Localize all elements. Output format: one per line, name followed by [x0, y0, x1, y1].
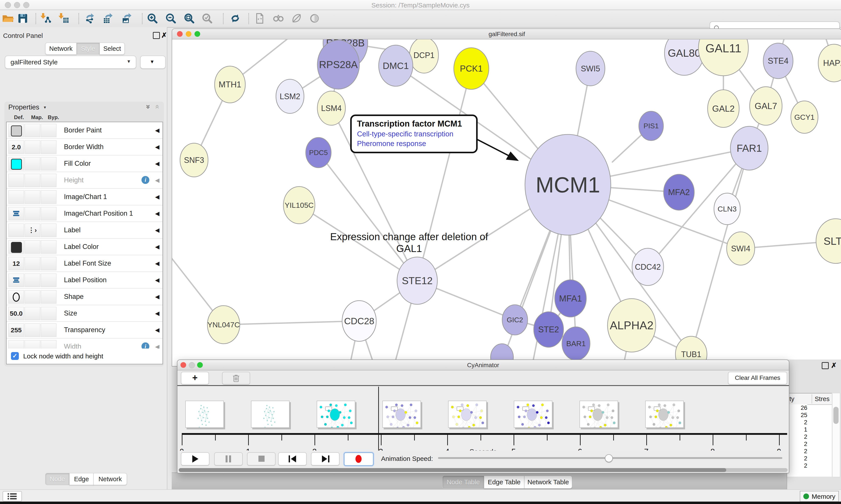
- mapping-cell[interactable]: [24, 257, 40, 270]
- cyanimator-title-bar[interactable]: CyAnimator: [177, 360, 789, 371]
- property-row-label-font-size[interactable]: 12Label Font Size◀: [6, 255, 162, 272]
- pause-button[interactable]: [214, 452, 243, 466]
- table-cell-value[interactable]: 26: [787, 404, 807, 412]
- bypass-cell[interactable]: [41, 273, 56, 287]
- default-value-cell[interactable]: 50.0: [8, 307, 24, 320]
- style-selector[interactable]: galFiltered Style ▾: [5, 56, 136, 69]
- bypass-cell[interactable]: [41, 207, 56, 220]
- property-row-size[interactable]: 50.0Size◀: [6, 305, 162, 322]
- close-panel-icon[interactable]: ✗: [161, 31, 167, 39]
- add-frame-button[interactable]: +: [181, 372, 209, 384]
- zoom-fit-icon[interactable]: [183, 12, 195, 24]
- default-value-cell[interactable]: [8, 190, 24, 204]
- bypass-cell[interactable]: [41, 290, 56, 304]
- collapse-arrow-icon[interactable]: ◀: [155, 210, 159, 217]
- export-network-icon[interactable]: [84, 12, 96, 24]
- export-table-icon[interactable]: [102, 12, 114, 24]
- property-row-label[interactable]: ⋮›Label◀: [6, 222, 162, 239]
- zoom-in-icon[interactable]: [146, 12, 159, 24]
- tab-network[interactable]: Network: [45, 42, 77, 55]
- mapping-cell[interactable]: [24, 307, 40, 320]
- collapse-arrow-icon[interactable]: ◀: [155, 327, 159, 334]
- table-cell-value[interactable]: 2: [787, 462, 807, 469]
- float-panel-icon[interactable]: [153, 32, 160, 39]
- horizontal-scrollbar[interactable]: [179, 468, 788, 472]
- default-value-cell[interactable]: [8, 240, 24, 254]
- mapping-cell[interactable]: [24, 190, 40, 204]
- export-image-icon[interactable]: [121, 12, 133, 24]
- table-cell-value[interactable]: 1: [787, 426, 807, 433]
- collapse-arrow-icon[interactable]: ◀: [155, 194, 159, 200]
- lock-checkbox[interactable]: ✓: [11, 352, 19, 360]
- collapse-arrow-icon[interactable]: ◀: [155, 277, 159, 284]
- network-canvas[interactable]: RPS28BDCP1RPS28ADMC1PCK1SWI5MTH1LSM2LSM4…: [172, 39, 841, 365]
- default-value-cell[interactable]: 2.0: [8, 140, 24, 154]
- animation-frame-6[interactable]: [514, 401, 552, 428]
- property-row-image-chart-position-1[interactable]: Image/Chart Position 1◀: [6, 205, 162, 222]
- properties-header[interactable]: Properties: [8, 103, 39, 111]
- bottom-tab-network[interactable]: Network: [93, 473, 127, 485]
- network-window-title-bar[interactable]: galFiltered.sif: [172, 29, 841, 39]
- animation-frame-5[interactable]: [448, 401, 487, 428]
- import-network-icon[interactable]: [39, 12, 52, 24]
- mapping-cell[interactable]: [24, 140, 40, 154]
- memory-indicator[interactable]: Memory: [800, 491, 839, 502]
- animation-frame-2[interactable]: [251, 401, 289, 428]
- property-row-border-paint[interactable]: Border Paint◀: [6, 122, 162, 139]
- property-row-shape[interactable]: Shape◀: [6, 289, 162, 305]
- close-panel-icon[interactable]: ✗: [831, 361, 837, 370]
- color-swatch[interactable]: [11, 242, 22, 253]
- default-value-cell[interactable]: [8, 223, 24, 237]
- previous-frame-button[interactable]: [278, 452, 307, 466]
- mapping-cell[interactable]: [24, 174, 40, 187]
- bypass-cell[interactable]: [41, 240, 56, 254]
- clear-all-frames-button[interactable]: Clear All Frames: [728, 372, 787, 384]
- animation-frame-3[interactable]: [317, 401, 355, 428]
- property-row-image-chart-1[interactable]: Image/Chart 1◀: [6, 189, 162, 205]
- open-session-icon[interactable]: [2, 12, 14, 24]
- animation-frame-7[interactable]: [579, 401, 618, 428]
- property-row-height[interactable]: Heighti◀: [6, 172, 162, 189]
- bottom-tab-edge[interactable]: Edge: [69, 473, 94, 485]
- color-swatch[interactable]: [11, 125, 22, 137]
- animation-frame-4[interactable]: [382, 401, 421, 428]
- refresh-view-icon[interactable]: [229, 12, 241, 24]
- animation-frame-8[interactable]: [645, 401, 684, 428]
- save-session-icon[interactable]: [17, 12, 29, 24]
- record-button[interactable]: [344, 452, 374, 466]
- default-value-cell[interactable]: [8, 290, 24, 304]
- color-swatch[interactable]: [11, 159, 22, 170]
- style-options-button[interactable]: ▾: [140, 56, 165, 69]
- default-value-cell[interactable]: [8, 273, 24, 287]
- property-row-border-width[interactable]: 2.0Border Width◀: [6, 139, 162, 156]
- next-frame-button[interactable]: [311, 452, 339, 466]
- mapping-cell[interactable]: [24, 273, 40, 287]
- table-cell-value[interactable]: 2: [787, 433, 807, 440]
- table-scrollbar[interactable]: [832, 393, 840, 477]
- delete-frame-button[interactable]: [222, 372, 250, 384]
- bypass-cell[interactable]: [41, 323, 56, 337]
- network-edge[interactable]: [223, 321, 359, 325]
- default-value-cell[interactable]: 12: [8, 257, 24, 270]
- bypass-cell[interactable]: [41, 257, 56, 270]
- property-row-transparency[interactable]: 255Transparency◀: [6, 322, 162, 339]
- collapse-arrow-icon[interactable]: ◀: [155, 244, 159, 250]
- default-value-cell[interactable]: 255: [8, 323, 24, 337]
- tab-network-table[interactable]: Network Table: [524, 475, 572, 489]
- tab-edge-table[interactable]: Edge Table: [484, 475, 524, 489]
- bypass-cell[interactable]: [41, 307, 56, 320]
- float-panel-icon[interactable]: [822, 362, 829, 369]
- mapping-cell[interactable]: [24, 124, 40, 137]
- mapping-cell[interactable]: [24, 323, 40, 337]
- default-value-cell[interactable]: [8, 207, 24, 220]
- property-row-label-color[interactable]: Label Color◀: [6, 239, 162, 255]
- table-cell-value[interactable]: 2: [787, 455, 807, 462]
- property-row-label-position[interactable]: Label Position◀: [6, 272, 162, 289]
- table-cell-value[interactable]: 2: [787, 440, 807, 448]
- network-edge[interactable]: [319, 152, 417, 281]
- bottom-tab-node[interactable]: Node: [45, 473, 70, 485]
- zoom-out-icon[interactable]: [165, 12, 177, 24]
- collapse-arrow-icon[interactable]: ◀: [155, 310, 159, 317]
- network-annotation[interactable]: Transcription factor MCM1 Cell-type-spec…: [350, 114, 478, 153]
- animation-speed-slider[interactable]: [438, 457, 782, 459]
